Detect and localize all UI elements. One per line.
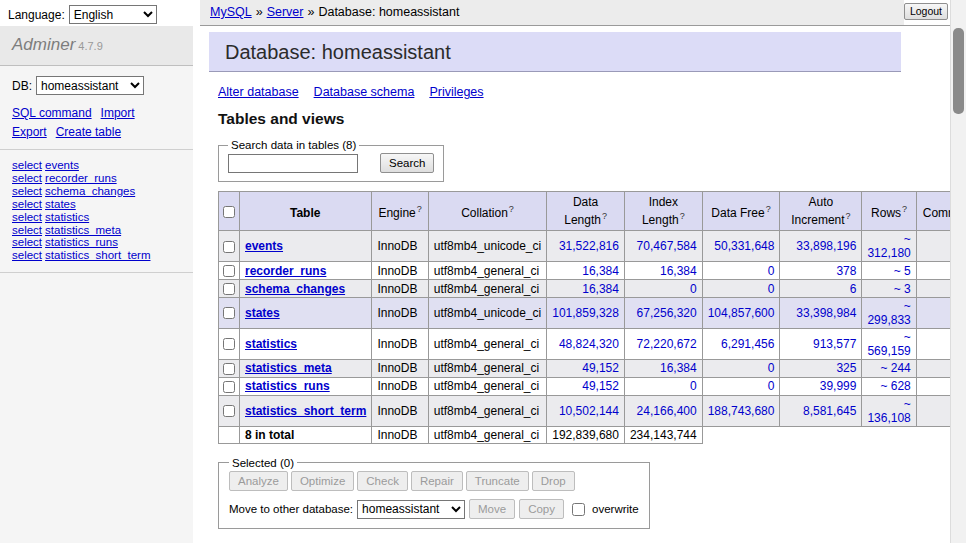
breadcrumb-server-link[interactable]: Server (267, 5, 304, 19)
data-free-link[interactable]: 0 (768, 361, 775, 375)
data-free-link[interactable]: 0 (768, 264, 775, 278)
index-length-link[interactable]: 67,256,320 (637, 306, 697, 320)
bulk-action-button[interactable]: Drop (532, 471, 575, 491)
help-icon[interactable]: ? (680, 211, 685, 221)
logout-button[interactable]: Logout (904, 3, 948, 20)
auto-increment-link[interactable]: 378 (836, 264, 856, 278)
index-length-link[interactable]: 16,384 (660, 264, 697, 278)
data-length-link[interactable]: 16,384 (582, 264, 619, 278)
overwrite-checkbox[interactable] (572, 503, 585, 516)
data-length-link[interactable]: 16,384 (582, 282, 619, 296)
language-select[interactable]: English (69, 5, 157, 24)
help-icon[interactable]: ? (766, 204, 771, 214)
index-length-link[interactable]: 24,166,400 (637, 404, 697, 418)
index-length-link[interactable]: 72,220,672 (637, 337, 697, 351)
table-name-link[interactable]: recorder_runs (45, 172, 117, 184)
select-table-link[interactable]: select (12, 211, 42, 223)
rows-count-link[interactable]: ~ 628 (880, 379, 910, 393)
move-button[interactable]: Move (469, 499, 515, 519)
help-icon[interactable]: ? (602, 211, 607, 221)
rows-count-link[interactable]: ~ 244 (880, 361, 910, 375)
help-icon[interactable]: ? (902, 204, 907, 214)
data-length-link[interactable]: 10,502,144 (559, 404, 619, 418)
sidebar-menu-link[interactable]: Create table (56, 125, 121, 139)
data-free-link[interactable]: 6,291,456 (721, 337, 774, 351)
help-icon[interactable]: ? (509, 204, 514, 214)
row-checkbox[interactable] (223, 307, 235, 319)
table-name-link[interactable]: events (45, 159, 79, 171)
data-free-link[interactable]: 188,743,680 (708, 404, 775, 418)
index-length-link[interactable]: 16,384 (660, 361, 697, 375)
breadcrumb-mysql-link[interactable]: MySQL (210, 5, 252, 19)
table-link[interactable]: states (245, 306, 280, 320)
row-checkbox[interactable] (223, 283, 235, 295)
table-link[interactable]: events (245, 239, 283, 253)
select-all-checkbox[interactable] (223, 206, 235, 218)
rows-count-link[interactable]: ~ 569,159 (867, 330, 910, 358)
search-button[interactable]: Search (380, 153, 434, 173)
table-link[interactable]: statistics_runs (245, 379, 330, 393)
select-table-link[interactable]: select (12, 249, 42, 261)
table-name-link[interactable]: states (45, 198, 76, 210)
rows-count-link[interactable]: ~ 312,180 (867, 232, 910, 260)
table-link[interactable]: statistics_short_term (245, 404, 366, 418)
help-icon[interactable]: ? (417, 204, 422, 214)
rows-count-link[interactable]: ~ 136,108 (867, 397, 910, 425)
data-free-link[interactable]: 50,331,648 (714, 239, 774, 253)
data-length-link[interactable]: 31,522,816 (559, 239, 619, 253)
data-free-link[interactable]: 0 (768, 379, 775, 393)
table-link[interactable]: statistics_meta (245, 361, 332, 375)
table-name-link[interactable]: statistics_runs (45, 236, 118, 248)
overwrite-label[interactable]: overwrite (592, 503, 639, 515)
row-checkbox[interactable] (223, 381, 235, 393)
database-action-link[interactable]: Privileges (429, 85, 483, 99)
auto-increment-link[interactable]: 33,898,196 (796, 239, 856, 253)
table-search-input[interactable] (228, 154, 358, 173)
auto-increment-link[interactable]: 39,999 (820, 379, 857, 393)
row-checkbox[interactable] (223, 405, 235, 417)
data-length-link[interactable]: 101,859,328 (552, 306, 619, 320)
table-name-link[interactable]: schema_changes (45, 185, 135, 197)
bulk-action-button[interactable]: Repair (411, 471, 463, 491)
select-table-link[interactable]: select (12, 236, 42, 248)
bulk-action-button[interactable]: Truncate (466, 471, 529, 491)
row-checkbox[interactable] (223, 363, 235, 375)
auto-increment-link[interactable]: 8,581,645 (803, 404, 856, 418)
row-checkbox[interactable] (223, 338, 235, 350)
row-checkbox[interactable] (223, 241, 235, 253)
data-length-link[interactable]: 49,152 (582, 361, 619, 375)
scrollbar-thumb[interactable] (953, 28, 964, 114)
bulk-action-button[interactable]: Check (357, 471, 408, 491)
move-database-select[interactable]: homeassistant (357, 500, 465, 519)
select-table-link[interactable]: select (12, 198, 42, 210)
help-icon[interactable]: ? (846, 211, 851, 221)
app-logo[interactable]: Adminer (12, 35, 75, 54)
select-table-link[interactable]: select (12, 159, 42, 171)
table-link[interactable]: statistics (245, 337, 297, 351)
sidebar-menu-link[interactable]: SQL command (12, 106, 92, 120)
table-link[interactable]: schema_changes (245, 282, 345, 296)
index-length-link[interactable]: 0 (690, 282, 697, 296)
auto-increment-link[interactable]: 6 (850, 282, 857, 296)
bulk-action-button[interactable]: Optimize (291, 471, 354, 491)
select-table-link[interactable]: select (12, 224, 42, 236)
bulk-action-button[interactable]: Analyze (229, 471, 288, 491)
database-action-link[interactable]: Database schema (314, 85, 415, 99)
auto-increment-link[interactable]: 913,577 (813, 337, 856, 351)
auto-increment-link[interactable]: 33,398,984 (796, 306, 856, 320)
vertical-scrollbar[interactable] (950, 0, 966, 543)
sidebar-menu-link[interactable]: Import (101, 106, 135, 120)
index-length-link[interactable]: 70,467,584 (637, 239, 697, 253)
db-select[interactable]: homeassistant (36, 76, 144, 95)
rows-count-link[interactable]: ~ 299,833 (867, 299, 910, 327)
data-length-link[interactable]: 48,824,320 (559, 337, 619, 351)
table-link[interactable]: recorder_runs (245, 264, 326, 278)
index-length-link[interactable]: 0 (690, 379, 697, 393)
auto-increment-link[interactable]: 325 (836, 361, 856, 375)
table-name-link[interactable]: statistics (45, 211, 89, 223)
data-length-link[interactable]: 49,152 (582, 379, 619, 393)
database-action-link[interactable]: Alter database (218, 85, 299, 99)
data-free-link[interactable]: 0 (768, 282, 775, 296)
table-name-link[interactable]: statistics_short_term (45, 249, 150, 261)
table-name-link[interactable]: statistics_meta (45, 224, 121, 236)
